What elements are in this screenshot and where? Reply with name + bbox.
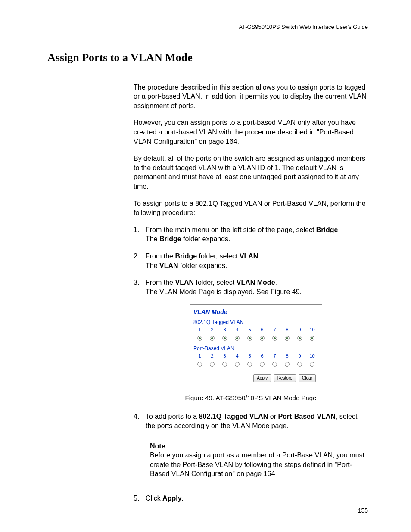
step-2-number: 2. [134,252,139,261]
tagged-radio-4[interactable] [235,336,240,341]
port-header: 1 [193,327,206,333]
step-2-line2-a: The [146,262,159,269]
portbased-vlan-label: Port-Based VLAN [193,345,318,352]
port-header: 1 [193,353,206,359]
step-2-line2-bold: VLAN [159,262,178,269]
step-3: 3. From the VLAN folder, select VLAN Mod… [134,278,368,296]
tagged-radio-5[interactable] [247,336,252,341]
port-header: 6 [256,353,268,359]
step-2-bold-vlan: VLAN [240,252,258,260]
tagged-radio-7[interactable] [272,336,277,341]
intro-para-2: However, you can assign ports to a port-… [134,118,368,146]
step-1-number: 1. [134,225,139,235]
portbased-radio-6[interactable] [260,362,265,367]
port-header: 8 [281,353,293,359]
apply-button[interactable]: Apply [253,374,271,382]
port-header: 7 [268,353,281,359]
port-header: 7 [268,327,281,333]
step-3-line2: The VLAN Mode Page is displayed. See Fig… [146,288,302,296]
portbased-port-header-row: 1 2 3 4 5 6 7 8 9 10 [193,353,318,359]
tagged-radio-10[interactable] [310,336,314,341]
step-3-text-d: . [275,279,277,286]
step-4-text-c: or [268,413,278,420]
port-header: 10 [306,327,318,333]
step-5: 5. Click Apply. [134,494,368,503]
tagged-radio-row [193,333,318,342]
step-2-text-c: folder, select [197,252,240,260]
step-1-bold-bridge: Bridge [316,226,338,233]
portbased-radio-10[interactable] [310,362,314,367]
step-1-line2-bold: Bridge [159,235,181,243]
step-1-line2-c: folder expands. [181,235,230,243]
step-4-bold-tagged: 802.1Q Tagged VLAN [199,413,268,420]
step-3-bold-vlan: VLAN [175,279,194,286]
header-guide-title: AT-GS950/10PS Switch Web Interface User'… [47,23,368,31]
note-block: Note Before you assign a port as a membe… [147,439,368,483]
tagged-radio-6[interactable] [260,336,265,341]
portbased-radio-5[interactable] [247,362,252,367]
figure-caption: Figure 49. AT-GS950/10PS VLAN Mode Page [134,394,368,402]
step-2-bold-bridge: Bridge [175,252,197,260]
step-4: 4. To add ports to a 802.1Q Tagged VLAN … [134,412,368,430]
step-2-line2-c: folder expands. [178,262,227,269]
portbased-radio-2[interactable] [210,362,215,367]
step-4-number: 4. [134,412,139,421]
step-1: 1. From the main menu on the left side o… [134,225,368,244]
step-4-bold-portbased: Port-Based VLAN [278,413,335,420]
port-header: 4 [231,353,243,359]
port-header: 3 [218,327,231,333]
step-5-text-c: . [182,495,184,502]
restore-button[interactable]: Restore [274,374,296,382]
portbased-radio-1[interactable] [197,362,202,367]
port-header: 5 [243,327,256,333]
tagged-radio-8[interactable] [285,336,290,341]
port-header: 5 [243,353,256,359]
step-5-text-a: Click [146,495,162,502]
step-3-bold-vlanmode: VLAN Mode [237,279,275,286]
intro-para-3: By default, all of the ports on the swit… [134,154,368,191]
clear-button[interactable]: Clear [299,374,316,382]
portbased-radio-7[interactable] [272,362,277,367]
step-2: 2. From the Bridge folder, select VLAN. … [134,252,368,270]
port-header: 9 [293,353,306,359]
port-header: 6 [256,327,268,333]
intro-para-1: The procedure described in this section … [134,83,368,111]
step-5-number: 5. [134,494,139,503]
note-heading: Note [150,442,365,451]
port-header: 8 [281,327,293,333]
tagged-radio-9[interactable] [297,336,302,341]
port-header: 10 [306,353,318,359]
tagged-radio-1[interactable] [197,336,202,341]
port-header: 2 [206,327,218,333]
step-3-text-a: From the [146,279,175,286]
step-3-text-c: folder, select [194,279,237,286]
port-header: 9 [293,327,306,333]
step-2-text-a: From the [146,252,175,260]
vlan-mode-figure: VLAN Mode 802.1Q Tagged VLAN 1 2 3 4 5 6… [190,304,322,386]
step-1-text-a: From the main menu on the left side of t… [146,226,316,233]
tagged-radio-3[interactable] [222,336,227,341]
tagged-radio-2[interactable] [210,336,215,341]
note-body: Before you assign a port as a member of … [150,451,365,479]
figure-title: VLAN Mode [193,308,318,316]
step-2-text-d: . [258,252,260,260]
tagged-vlan-label: 802.1Q Tagged VLAN [193,319,318,326]
step-4-text-a: To add ports to a [146,413,199,420]
section-heading: Assign Ports to a VLAN Mode [47,50,368,68]
page-number: 155 [358,507,368,515]
port-header: 2 [206,353,218,359]
step-5-bold-apply: Apply [162,495,181,502]
portbased-radio-row [193,359,318,369]
step-1-line2-a: The [146,235,159,243]
portbased-radio-3[interactable] [222,362,227,367]
step-1-text-c: . [338,226,339,233]
intro-para-4: To assign ports to a 802.1Q Tagged VLAN … [134,199,368,218]
portbased-radio-8[interactable] [285,362,290,367]
port-header: 3 [218,353,231,359]
step-3-number: 3. [134,278,139,287]
portbased-radio-4[interactable] [235,362,240,367]
tagged-port-header-row: 1 2 3 4 5 6 7 8 9 10 [193,327,318,333]
portbased-radio-9[interactable] [297,362,302,367]
port-header: 4 [231,327,243,333]
